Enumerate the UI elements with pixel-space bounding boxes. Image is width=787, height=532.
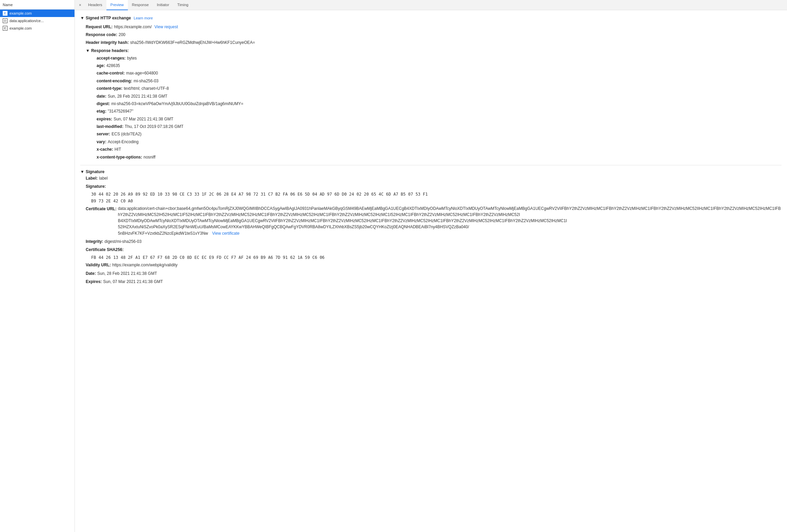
rh-cache-control: cache-control: max-age=604800 xyxy=(97,69,782,77)
rh-content-type-key: content-type: xyxy=(97,85,122,92)
rh-digest-key: digest: xyxy=(97,100,110,107)
tab-headers-label: Headers xyxy=(88,3,102,7)
rh-last-modified-key: last-modified: xyxy=(97,123,123,130)
rh-digest: digest: mi-sha256-03=kcwVP6aOwYmA/j9JbUU… xyxy=(97,100,782,107)
rh-x-content-type-options: x-content-type-options: nosniff xyxy=(97,153,782,161)
signature-title-label: Signature xyxy=(86,169,104,174)
rh-vary-key: vary: xyxy=(97,138,106,145)
rh-etag-key: etag: xyxy=(97,108,106,115)
validity-url-row: Validity URL: https://example.com/webpkg… xyxy=(86,261,782,269)
tab-timing-label: Timing xyxy=(177,3,188,7)
integrity-value: digest/mi-sha256-03 xyxy=(104,238,141,245)
rh-server: server: ECS (dcb/7EA2) xyxy=(97,130,782,138)
rh-cache-control-value: max-age=604800 xyxy=(126,70,158,77)
validity-url-key: Validity URL: xyxy=(86,262,111,268)
response-code-key: Response code: xyxy=(86,32,117,38)
tab-timing[interactable]: Timing xyxy=(173,0,192,10)
rh-last-modified-value: Thu, 17 Oct 2019 07:18:26 GMT xyxy=(125,123,184,130)
rh-accept-ranges-key: accept-ranges: xyxy=(97,55,125,62)
integrity-row: Integrity: digest/mi-sha256-03 xyxy=(86,237,782,246)
tab-initiator-label: Initiator xyxy=(157,3,169,7)
section-title-signed: ▼ Signed HTTP exchange xyxy=(80,16,131,20)
rh-vary: vary: Accept-Encoding xyxy=(97,138,782,146)
rh-age-key: age: xyxy=(97,62,105,69)
tab-response-label: Response xyxy=(132,3,149,7)
response-headers-label: Response headers: xyxy=(91,48,129,53)
cert-url-line2: B4XDTIxMDIyODAwMTcyNloXDTIxMDUyOTAwMTcyN… xyxy=(118,218,782,224)
content-area: ▼ Signed HTTP exchange Learn more Reques… xyxy=(75,10,787,532)
tab-close-button[interactable]: × xyxy=(76,2,84,8)
rh-x-cache: x-cache: HIT xyxy=(97,146,782,153)
sidebar-item-example-com[interactable]: E example.com xyxy=(0,10,74,17)
rh-etag-value: "3147526947" xyxy=(108,108,133,115)
signature-section-title: ▼ Signature xyxy=(80,169,782,174)
tab-response[interactable]: Response xyxy=(128,0,153,10)
rh-accept-ranges: accept-ranges: bytes xyxy=(97,54,782,62)
rh-content-encoding: content-encoding: mi-sha256-03 xyxy=(97,77,782,85)
triangle-icon: ▼ xyxy=(80,16,84,20)
tab-preview[interactable]: Preview xyxy=(106,0,128,10)
sig-label-key: Label: xyxy=(86,175,98,182)
rh-server-key: server: xyxy=(97,131,110,137)
sidebar: Name E example.com D data:application/ce… xyxy=(0,0,75,532)
response-code-value: 200 xyxy=(119,32,125,38)
rh-x-cache-key: x-cache: xyxy=(97,146,113,153)
integrity-key: Integrity: xyxy=(86,238,103,245)
view-certificate-link[interactable]: View certificate xyxy=(212,230,239,237)
sidebar-header: Name xyxy=(0,0,74,10)
sidebar-item-label-2: data:application/ce... xyxy=(10,19,44,23)
response-headers-triangle: ▼ xyxy=(86,48,90,53)
rh-x-content-type-options-key: x-content-type-options: xyxy=(97,154,142,161)
sidebar-item-data-app[interactable]: D data:application/ce... xyxy=(0,17,74,24)
rh-server-value: ECS (dcb/7EA2) xyxy=(112,131,141,137)
cert-url-value-block: data:application/cert-chain+cbor;base64,… xyxy=(118,205,782,237)
tab-initiator[interactable]: Initiator xyxy=(153,0,173,10)
cert-url-line3: 52IHZXAxtuNiSZvoPk0aXySR2ESqFNnWEuU/BaMs… xyxy=(118,224,782,230)
file-icon-1: E xyxy=(3,11,7,16)
request-url-value: https://example.com/ xyxy=(114,24,152,30)
rh-expires-key: expires: xyxy=(97,116,112,122)
response-headers-section: ▼ Response headers: accept-ranges: bytes… xyxy=(86,47,782,161)
signature-section: ▼ Signature Label: label Signature: 30 4… xyxy=(80,165,782,286)
sig-label-value: label xyxy=(99,175,107,182)
signed-http-exchange-header: ▼ Signed HTTP exchange Learn more xyxy=(80,16,782,20)
rh-accept-ranges-value: bytes xyxy=(127,55,137,62)
file-icon-2: D xyxy=(3,18,7,23)
rh-content-type-value: text/html; charset=UTF-8 xyxy=(124,85,169,92)
rh-x-cache-value: HIT xyxy=(115,146,121,153)
rh-expires-value: Sun, 07 Mar 2021 21:41:38 GMT xyxy=(114,116,173,122)
sidebar-name-label: Name xyxy=(3,3,13,7)
rh-etag: etag: "3147526947" xyxy=(97,107,782,115)
sig-expires-key: Expires: xyxy=(86,278,102,285)
request-url-row: Request URL: https://example.com/ View r… xyxy=(86,23,782,31)
rh-x-content-type-options-value: nosniff xyxy=(144,154,155,161)
signed-http-exchange-title: Signed HTTP exchange xyxy=(86,16,131,20)
header-integrity-hash-key: Header integrity hash: xyxy=(86,39,129,46)
rh-date: date: Sun, 28 Feb 2021 21:41:38 GMT xyxy=(97,93,782,100)
view-request-link[interactable]: View request xyxy=(154,24,178,30)
sig-bytes-line2: B9 73 2E 42 C0 A0 xyxy=(91,198,782,204)
sidebar-item-label-1: example.com xyxy=(10,11,32,15)
rh-expires: expires: Sun, 07 Mar 2021 21:41:38 GMT xyxy=(97,115,782,123)
file-icon-3: E xyxy=(3,26,7,31)
sig-signature-row: Signature: xyxy=(86,182,782,190)
tab-headers[interactable]: Headers xyxy=(84,0,106,10)
response-headers-title: ▼ Response headers: xyxy=(86,47,782,54)
learn-more-link[interactable]: Learn more xyxy=(134,16,153,20)
tabs-bar: × Headers Preview Response Initiator Tim… xyxy=(75,0,787,10)
rh-content-encoding-key: content-encoding: xyxy=(97,78,132,84)
rh-content-encoding-value: mi-sha256-03 xyxy=(134,78,158,84)
sig-bytes-line1: 30 44 02 20 26 A9 89 92 ED 10 33 98 CE C… xyxy=(91,191,782,198)
sig-expires-value: Sun, 07 Mar 2021 21:41:38 GMT xyxy=(103,278,163,285)
rh-date-key: date: xyxy=(97,93,106,100)
cert-sha256-value: FB 44 26 13 48 2F A1 E7 67 F7 68 2D C0 8… xyxy=(91,254,782,261)
sidebar-item-example-com-2[interactable]: E example.com xyxy=(0,24,74,32)
rh-content-type: content-type: text/html; charset=UTF-8 xyxy=(97,85,782,92)
sig-label-row: Label: label xyxy=(86,174,782,182)
cert-url-key: Certificate URL: xyxy=(86,205,117,212)
rh-cache-control-key: cache-control: xyxy=(97,70,125,77)
rh-date-value: Sun, 28 Feb 2021 21:41:38 GMT xyxy=(108,93,167,100)
cert-url-line1: data:application/cert-chain+cbor;base64,… xyxy=(118,205,782,218)
tab-preview-label: Preview xyxy=(111,3,124,7)
rh-last-modified: last-modified: Thu, 17 Oct 2019 07:18:26… xyxy=(97,123,782,130)
